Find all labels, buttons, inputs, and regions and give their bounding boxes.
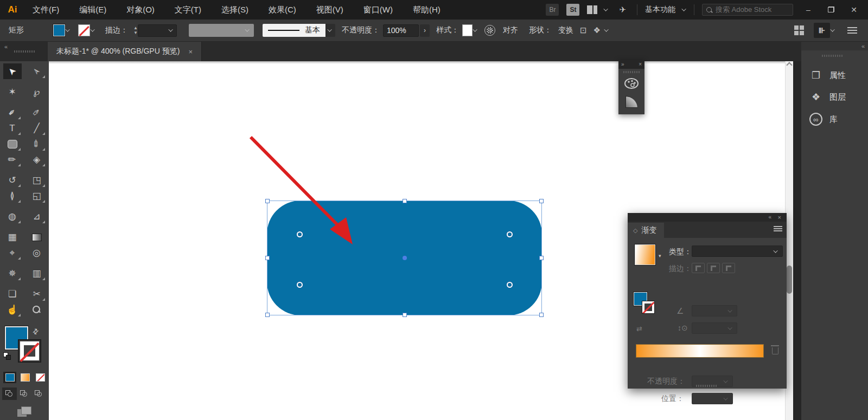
menu-item-6[interactable]: 视图(V) (316, 5, 343, 15)
transform-button[interactable]: 变换 (558, 25, 573, 35)
stock-icon[interactable]: St (566, 4, 579, 16)
draw-behind-button[interactable] (17, 387, 31, 400)
lasso-tool[interactable]: ℘ (28, 84, 46, 100)
minimize-button[interactable]: – (801, 5, 816, 14)
paintbrush-tool[interactable]: ✐ (28, 136, 46, 152)
toolbar-grip[interactable] (14, 50, 36, 53)
scroll-up-icon[interactable] (786, 62, 792, 68)
document-tab[interactable]: 未标题-1* @ 400% (RGB/GPU 预览) × (48, 42, 202, 61)
menu-item-4[interactable]: 选择(S) (221, 5, 248, 15)
column-graph-tool[interactable]: ▥ (28, 266, 46, 281)
rotate-tool[interactable]: ↺ (3, 172, 22, 188)
type-tool[interactable]: T (3, 120, 22, 136)
selection-handle[interactable] (403, 313, 407, 317)
line-segment-tool[interactable]: ╱ (28, 120, 46, 136)
slice-tool[interactable]: ✂ (28, 286, 46, 302)
shaper-tool[interactable]: ✎ (3, 152, 22, 167)
center-point[interactable] (403, 256, 407, 260)
direct-selection-tool[interactable]: ➢ (28, 63, 46, 79)
blend-tool[interactable]: ◎ (28, 245, 46, 261)
stroke-weight-stepper[interactable]: ▲▼ (133, 26, 138, 35)
selection-tool[interactable]: ➤ (3, 63, 22, 79)
default-fill-stroke-icon[interactable] (3, 352, 12, 361)
perspective-grid-tool[interactable]: ⊿ (28, 209, 46, 224)
color-panel-button[interactable] (618, 74, 644, 93)
selection-handle[interactable] (539, 256, 544, 260)
isolate-selected-icon[interactable]: ⊡ (580, 25, 587, 35)
free-transform-tool[interactable]: ◱ (28, 188, 46, 204)
draw-inside-button[interactable] (31, 387, 46, 400)
magic-wand-tool[interactable]: ✶ (3, 84, 22, 100)
close-button[interactable]: ✕ (846, 5, 861, 14)
opacity-panel-arrow[interactable]: › (420, 24, 430, 37)
restore-button[interactable] (824, 5, 839, 14)
symbol-sprayer-tool[interactable]: ✵ (3, 266, 22, 281)
dock-grip[interactable] (822, 55, 844, 57)
scrollbar-thumb[interactable] (787, 266, 792, 294)
selection-handle[interactable] (539, 199, 544, 203)
curvature-tool[interactable]: ✑ (28, 105, 46, 120)
change-screen-mode-button[interactable] (17, 406, 31, 418)
workspace-switcher[interactable]: 基本功能 (645, 5, 675, 15)
workspace-panel-toggle[interactable]: ⊪ (814, 23, 830, 38)
tab-gradient[interactable]: ◇ 渐变 (628, 223, 664, 238)
menu-item-5[interactable]: 效果(C) (269, 5, 296, 15)
panel-menu-icon[interactable] (774, 226, 782, 231)
menu-item-1[interactable]: 编辑(E) (79, 5, 106, 15)
fill-color-swatch[interactable] (53, 24, 65, 36)
search-input[interactable]: 搜索 Adobe Stock (702, 4, 793, 16)
close-tab-icon[interactable]: × (188, 48, 193, 56)
artboard-tool[interactable]: ❏ (3, 286, 22, 302)
chevron-down-icon[interactable] (473, 27, 477, 31)
stroke-weight-value[interactable] (138, 24, 177, 37)
stroke-color-proxy[interactable] (18, 339, 41, 363)
expand-dock-icon[interactable]: « (861, 43, 864, 49)
corner-radius-widget[interactable] (507, 282, 513, 288)
selection-handle[interactable] (265, 199, 270, 203)
hand-tool[interactable]: ☝ (3, 302, 22, 318)
collapse-toolbar-icon[interactable]: « (4, 43, 7, 50)
menu-item-0[interactable]: 文件(F) (33, 5, 59, 15)
eraser-tool[interactable]: ◈ (28, 152, 46, 167)
corner-radius-widget[interactable] (297, 231, 303, 237)
selection-handle[interactable] (265, 313, 270, 317)
eyedropper-tool[interactable]: ⌖ (3, 245, 22, 261)
chevron-down-icon[interactable] (830, 27, 834, 31)
chevron-down-icon[interactable] (681, 7, 686, 11)
bridge-icon[interactable]: Br (546, 4, 559, 16)
align-button[interactable]: 对齐 (503, 25, 518, 35)
mesh-tool[interactable]: ▦ (3, 229, 22, 245)
arrange-documents-icon[interactable] (587, 5, 597, 14)
menu-item-8[interactable]: 帮助(H) (413, 5, 441, 15)
close-panel-icon[interactable]: × (778, 214, 781, 221)
recolor-artwork-icon[interactable] (484, 25, 495, 36)
shape-builder-tool[interactable]: ◍ (3, 209, 22, 224)
fill-stroke-indicator[interactable] (634, 292, 659, 317)
arrange-grid-icon[interactable] (794, 25, 804, 35)
gradient-fill-swatch[interactable] (635, 244, 655, 265)
pen-tool[interactable]: ✒ (3, 105, 22, 120)
chevron-down-icon[interactable] (604, 27, 608, 31)
menu-item-3[interactable]: 文字(T) (175, 5, 201, 15)
color-button[interactable] (3, 372, 16, 383)
chevron-down-icon[interactable] (604, 7, 608, 11)
corner-radius-widget[interactable] (297, 282, 303, 288)
style-swatch[interactable] (462, 24, 473, 36)
dock-item-properties[interactable]: ❐属性 (801, 64, 868, 86)
selection-handle[interactable] (539, 313, 544, 317)
gradient-slider[interactable] (636, 344, 764, 358)
selection-handle[interactable] (265, 256, 270, 260)
brush-dropdown-chevron[interactable] (326, 24, 335, 37)
panel-resize-grip[interactable] (696, 385, 718, 387)
chevron-down-icon[interactable] (90, 27, 94, 31)
collapse-panel-icon[interactable]: « (768, 214, 770, 220)
brush-definition-dropdown[interactable]: 基本 (263, 24, 326, 37)
dock-item-layers[interactable]: ❖图层 (801, 86, 868, 108)
zoom-tool[interactable] (28, 302, 46, 318)
menu-list-icon[interactable] (847, 27, 857, 34)
chevron-down-icon[interactable] (65, 27, 69, 31)
width-tool[interactable]: ≬ (3, 188, 22, 204)
corner-radius-widget[interactable] (507, 231, 513, 237)
menu-item-2[interactable]: 对象(O) (126, 5, 155, 15)
panel-cycle-icon[interactable]: ◇ (633, 227, 637, 234)
